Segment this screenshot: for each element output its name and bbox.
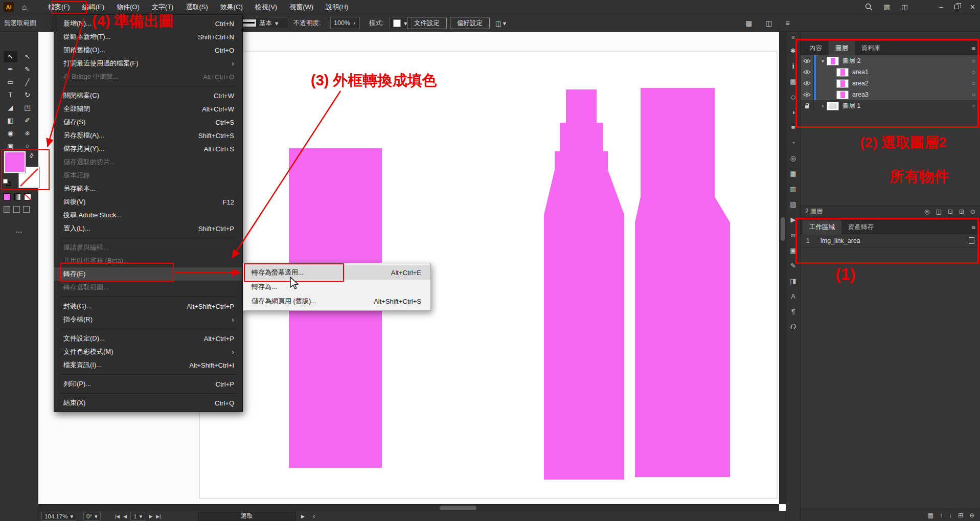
layers-panel-menu-icon[interactable] <box>971 44 980 52</box>
knife-tool[interactable]: ╱ <box>20 77 34 88</box>
visibility-toggle[interactable] <box>801 66 814 78</box>
zoom-control[interactable]: 104.17% <box>41 512 76 520</box>
pen-tool[interactable]: ✒ <box>4 64 17 75</box>
locate-object-icon[interactable]: ◎ <box>924 208 929 215</box>
first-artboard-icon[interactable] <box>115 514 120 519</box>
next-artboard-icon[interactable] <box>149 514 152 519</box>
layer-thumbnail[interactable] <box>836 79 849 88</box>
eyedropper-tool[interactable]: ✐ <box>20 115 34 126</box>
file-menu-item[interactable]: 邀請參與編輯... › <box>54 241 242 254</box>
paragraph-styles-panel-icon[interactable]: ¶ <box>786 304 800 319</box>
control-bar-menu-icon[interactable] <box>785 19 789 27</box>
file-menu-item[interactable]: 搜尋 Adobe Stock... › <box>54 209 242 222</box>
file-menu-item[interactable]: 全部關閉 Alt+Ctrl+W › <box>54 102 242 116</box>
visibility-toggle[interactable] <box>801 55 814 66</box>
tab-libraries[interactable]: 資料庫 <box>855 41 887 55</box>
new-artboard-icon[interactable]: ⊞ <box>958 512 963 519</box>
collapse-status-icon[interactable] <box>313 512 315 520</box>
expand-icon[interactable] <box>819 58 827 64</box>
file-menu-item[interactable]: 列印(P)... Ctrl+P › <box>54 377 242 391</box>
file-menu-item[interactable]: 共用以供審核 (Beta)... › <box>54 254 242 267</box>
vertical-scrollbar[interactable] <box>779 32 786 504</box>
new-sublayer-icon[interactable]: ⊟ <box>948 208 953 215</box>
file-menu-item[interactable]: 回復(V) F12 › <box>54 195 242 209</box>
menu-item[interactable]: 選取(S) <box>179 0 214 14</box>
file-menu-item[interactable]: 在 Bridge 中瀏覽... Alt+Ctrl+O › <box>54 70 242 83</box>
default-fill-stroke-icon[interactable] <box>3 179 12 187</box>
links-panel-icon[interactable]: ∞ <box>786 227 800 242</box>
delete-artboard-icon[interactable]: ⊖ <box>969 512 974 519</box>
file-menu-item[interactable]: 開啟舊檔(O)... Ctrl+O › <box>54 43 242 57</box>
artboard-icon[interactable] <box>969 237 974 244</box>
preferences-button[interactable]: 偏好設定 <box>450 17 490 29</box>
stroke-panel-icon[interactable]: ≡ <box>786 120 800 135</box>
expand-icon[interactable] <box>819 102 827 109</box>
opacity-dropdown[interactable]: 100% <box>330 17 360 29</box>
file-menu-item[interactable]: 文件色彩模式(M) › <box>54 345 242 358</box>
last-artboard-icon[interactable] <box>156 514 161 519</box>
layer-row[interactable]: area3 ○ <box>801 89 980 100</box>
layer-thumbnail[interactable] <box>836 68 849 77</box>
eraser-tool[interactable]: ◢ <box>4 102 17 114</box>
horizontal-scrollbar[interactable] <box>38 504 779 511</box>
rotation-control[interactable]: 0° <box>83 512 101 520</box>
layer-row[interactable]: area2 ○ <box>801 78 980 89</box>
layer-thumbnail[interactable] <box>827 57 839 65</box>
appearance-panel-icon[interactable]: ▥ <box>786 181 800 196</box>
artboard-number-dropdown[interactable]: 1 <box>130 512 145 520</box>
workspace-layout-icon[interactable] <box>901 3 907 11</box>
file-menu-item[interactable]: › <box>54 235 242 241</box>
character-styles-panel-icon[interactable]: A <box>786 288 800 304</box>
file-menu-item[interactable]: 儲存拷貝(Y)... Alt+Ctrl+S › <box>54 142 242 155</box>
make-clipping-mask-icon[interactable]: ◫ <box>936 208 941 215</box>
submenu-item[interactable]: 儲存為網頁用 (舊版)... Alt+Shift+Ctrl+S <box>243 294 430 308</box>
gradient-panel-icon[interactable]: ◎ <box>786 150 800 166</box>
draw-behind-icon[interactable] <box>13 206 20 213</box>
color-panel-icon[interactable]: ◑ <box>786 104 800 120</box>
layer-row[interactable]: 圖層 1 ○ <box>801 100 980 111</box>
menu-item[interactable]: 檔案(F) <box>42 0 76 14</box>
symbols-panel-icon[interactable]: ◨ <box>786 273 800 288</box>
pathfinder-panel-icon[interactable]: ◇ <box>786 89 800 104</box>
rearrange-artboards-icon[interactable]: ▦ <box>928 512 933 519</box>
horizontal-scroll-thumb[interactable] <box>440 506 476 510</box>
tab-artboards[interactable]: 工作區域 <box>803 220 841 235</box>
file-menu-item[interactable]: 另存範本... › <box>54 182 242 195</box>
file-menu-item[interactable]: 文件設定(D)... Alt+Ctrl+P › <box>54 332 242 345</box>
move-down-icon[interactable]: ↓ <box>949 512 952 519</box>
visibility-toggle[interactable] <box>801 89 814 100</box>
draw-inside-icon[interactable] <box>23 206 30 213</box>
arrange-documents-icon[interactable] <box>765 19 772 27</box>
panel-grid-icon[interactable] <box>745 19 752 27</box>
document-setup-button[interactable]: 文件設定 <box>407 17 447 29</box>
file-menu-item[interactable]: 儲存選取的切片... › <box>54 155 242 169</box>
layer-target-icon[interactable]: ○ <box>972 91 975 98</box>
file-menu-item[interactable]: 版本記錄 › <box>54 169 242 182</box>
menu-item[interactable]: 檢視(V) <box>249 0 283 14</box>
artboard-tool[interactable]: ▣ <box>4 141 17 152</box>
file-menu-item[interactable]: 轉存選取範圍... › <box>54 281 242 294</box>
file-menu-item[interactable]: 指令檔(R) › <box>54 313 242 326</box>
zoom-tool[interactable]: ○ <box>20 141 34 152</box>
asset-export-panel-icon[interactable]: ▣ <box>786 242 800 258</box>
submenu-item[interactable]: 轉存為螢幕適用... Alt+Ctrl+E <box>243 265 430 280</box>
artboard-name[interactable]: img_link_area <box>821 237 969 244</box>
visibility-toggle[interactable] <box>801 100 814 111</box>
tab-asset-export[interactable]: 資產轉存 <box>841 220 880 235</box>
move-up-icon[interactable]: ↑ <box>940 512 943 519</box>
app-switcher-icon[interactable] <box>884 3 890 11</box>
draw-normal-icon[interactable] <box>4 206 10 213</box>
rectangle-tool[interactable]: ▭ <box>4 77 17 88</box>
fill-color-swatch[interactable] <box>4 151 26 173</box>
gradient-button[interactable] <box>14 193 21 200</box>
selection-tool[interactable]: ↖ <box>4 51 17 62</box>
scale-tool[interactable]: ◳ <box>20 102 34 114</box>
expand-panels-icon[interactable] <box>786 32 800 43</box>
close-icon[interactable] <box>970 3 975 12</box>
type-tool[interactable]: T <box>4 89 17 101</box>
variables-panel-icon[interactable]: ▤ <box>786 74 800 89</box>
paintbrush-tool[interactable]: ✎ <box>20 64 34 75</box>
file-menu-item[interactable]: › <box>54 294 242 300</box>
info-panel-icon[interactable]: ℹ <box>786 58 800 74</box>
minimize-icon[interactable] <box>939 3 943 11</box>
